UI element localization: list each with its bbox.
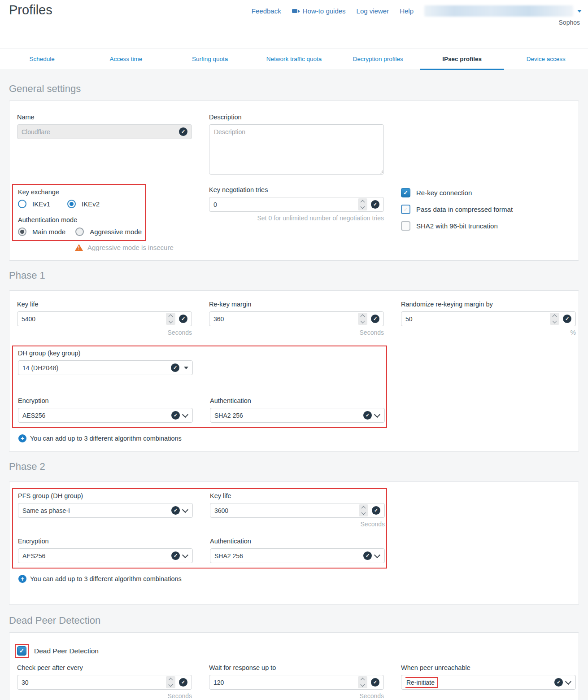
p1-randomize-input[interactable]: 50 — [401, 311, 576, 326]
key-negotiation-input[interactable]: 0 — [209, 197, 384, 212]
sha2-truncation-option[interactable]: SHA2 with 96-bit truncation — [401, 221, 576, 231]
p2-key-life-input[interactable]: 3600 — [210, 503, 385, 518]
general-settings-heading: General settings — [7, 70, 581, 101]
add-plus-icon[interactable] — [18, 434, 26, 442]
checkbox-unchecked-icon[interactable] — [401, 205, 410, 214]
radio-ikev1[interactable] — [18, 200, 26, 208]
phase2-algorithms-annotation-box: PFS group (DH group) Same as phase-I Key… — [12, 488, 387, 569]
key-negotiation-helper: Set 0 for unlimited number of negotiatio… — [209, 214, 384, 222]
p1-key-life-input[interactable]: 5400 — [17, 311, 192, 326]
tab-schedule[interactable]: Schedule — [0, 48, 84, 70]
chevron-down-icon — [374, 551, 380, 558]
chevron-down-icon — [182, 411, 188, 417]
key-negotiation-label: Key negotiation tries — [209, 186, 384, 193]
dpd-enable-label: Dead Peer Detection — [34, 647, 99, 655]
tab-decryption-profiles[interactable]: Decryption profiles — [336, 48, 420, 70]
tab-network-traffic-quota[interactable]: Network traffic quota — [252, 48, 336, 70]
valid-check-icon — [363, 551, 372, 560]
rekey-connection-option[interactable]: Re-key connection — [401, 188, 576, 197]
dropdown-arrow-icon — [184, 367, 188, 369]
checkbox-disabled-icon[interactable] — [401, 221, 410, 231]
valid-check-icon — [179, 678, 187, 687]
valid-check-icon — [371, 678, 379, 687]
add-plus-icon[interactable] — [18, 575, 26, 583]
auth-mode-label: Authentication mode — [18, 216, 145, 223]
radio-main-mode[interactable] — [18, 228, 26, 236]
valid-check-icon — [371, 200, 379, 209]
general-settings-card: Name Cloudflare Key exchange IKEv1 IKEv2… — [9, 101, 579, 261]
p1-rekey-margin-input[interactable]: 360 — [209, 311, 384, 326]
p2-key-life-label: Key life — [210, 492, 385, 499]
valid-check-icon — [179, 127, 187, 136]
help-link[interactable]: Help — [400, 7, 414, 15]
valid-check-icon — [171, 506, 180, 515]
page-header: Profiles Feedback How-to guides Log view… — [0, 0, 588, 48]
video-camera-icon — [292, 9, 300, 13]
caret-down-icon — [577, 10, 582, 13]
valid-check-icon — [372, 506, 380, 515]
number-stepper[interactable] — [550, 313, 559, 325]
p2-encryption-select[interactable]: AES256 — [18, 548, 193, 563]
name-label: Name — [17, 114, 192, 121]
number-stepper[interactable] — [358, 313, 367, 325]
p1-encryption-select[interactable]: AES256 — [18, 408, 193, 423]
radio-aggressive-mode[interactable] — [75, 228, 84, 236]
p1-randomize-label: Randomize re-keying margin by — [401, 301, 576, 308]
page-title: Profiles — [9, 3, 52, 18]
feedback-link[interactable]: Feedback — [252, 7, 281, 15]
dh-group-label: DH group (key group) — [18, 350, 386, 357]
p1-authentication-select[interactable]: SHA2 256 — [210, 408, 385, 423]
p2-encryption-label: Encryption — [18, 538, 193, 545]
number-stepper[interactable] — [359, 504, 368, 516]
radio-ikev2[interactable] — [67, 200, 76, 208]
number-stepper[interactable] — [358, 676, 367, 688]
p2-authentication-label: Authentication — [210, 538, 385, 545]
description-label: Description — [209, 114, 384, 121]
description-textarea[interactable] — [209, 124, 384, 175]
account-selector[interactable] — [424, 5, 582, 17]
log-viewer-link[interactable]: Log viewer — [357, 7, 389, 15]
p1-add-combination-note[interactable]: You can add up to 3 different algorithm … — [18, 434, 571, 442]
pfs-group-label: PFS group (DH group) — [18, 492, 193, 499]
valid-check-icon — [363, 411, 372, 420]
chevron-down-icon — [565, 678, 571, 684]
wait-response-input[interactable]: 120 — [209, 675, 384, 690]
when-unreachable-select[interactable]: Re-initiate — [401, 675, 576, 690]
compressed-format-option[interactable]: Pass data in compressed format — [401, 205, 576, 214]
check-peer-label: Check peer after every — [17, 664, 192, 671]
tab-ipsec-profiles[interactable]: IPsec profiles — [420, 48, 504, 70]
dpd-checkbox[interactable] — [17, 646, 26, 656]
phase2-card: PFS group (DH group) Same as phase-I Key… — [9, 481, 579, 605]
howto-guides-link[interactable]: How-to guides — [292, 7, 346, 15]
dpd-card: Dead Peer Detection Check peer after eve… — [9, 632, 579, 700]
valid-check-icon — [171, 551, 180, 560]
p1-rekey-margin-label: Re-key margin — [209, 301, 384, 308]
dpd-checkbox-annotation-box — [15, 644, 29, 658]
brand-label: Sophos — [559, 19, 580, 26]
name-input[interactable]: Cloudflare — [17, 124, 192, 139]
valid-check-icon — [171, 411, 180, 420]
tab-device-access[interactable]: Device access — [504, 48, 588, 70]
check-peer-input[interactable]: 30 — [17, 675, 192, 690]
phase1-heading: Phase 1 — [7, 261, 581, 290]
p1-authentication-label: Authentication — [210, 397, 385, 404]
number-stepper[interactable] — [166, 313, 175, 325]
p2-add-combination-note[interactable]: You can add up to 3 different algorithm … — [18, 575, 571, 583]
tab-access-time[interactable]: Access time — [84, 48, 168, 70]
dpd-heading: Dead Peer Detection — [7, 605, 581, 632]
pfs-group-select[interactable]: Same as phase-I — [18, 503, 193, 518]
warning-icon — [75, 244, 83, 251]
tab-surfing-quota[interactable]: Surfing quota — [168, 48, 252, 70]
p1-encryption-label: Encryption — [18, 397, 193, 404]
p2-authentication-select[interactable]: SHA2 256 — [210, 548, 385, 563]
key-exchange-label: Key exchange — [18, 188, 145, 196]
checkbox-checked-icon[interactable] — [401, 188, 410, 197]
dh-group-select[interactable]: 14 (DH2048) — [18, 360, 193, 375]
chevron-down-icon — [374, 411, 380, 417]
phase1-algorithms-annotation-box: DH group (key group) 14 (DH2048) Encrypt… — [12, 346, 387, 428]
number-stepper[interactable] — [166, 676, 175, 688]
key-exchange-annotation-box: Key exchange IKEv1 IKEv2 Authentication … — [12, 184, 146, 241]
valid-check-icon — [371, 315, 379, 323]
aggressive-mode-warning: Aggressive mode is insecure — [87, 244, 174, 251]
number-stepper[interactable] — [358, 198, 367, 210]
